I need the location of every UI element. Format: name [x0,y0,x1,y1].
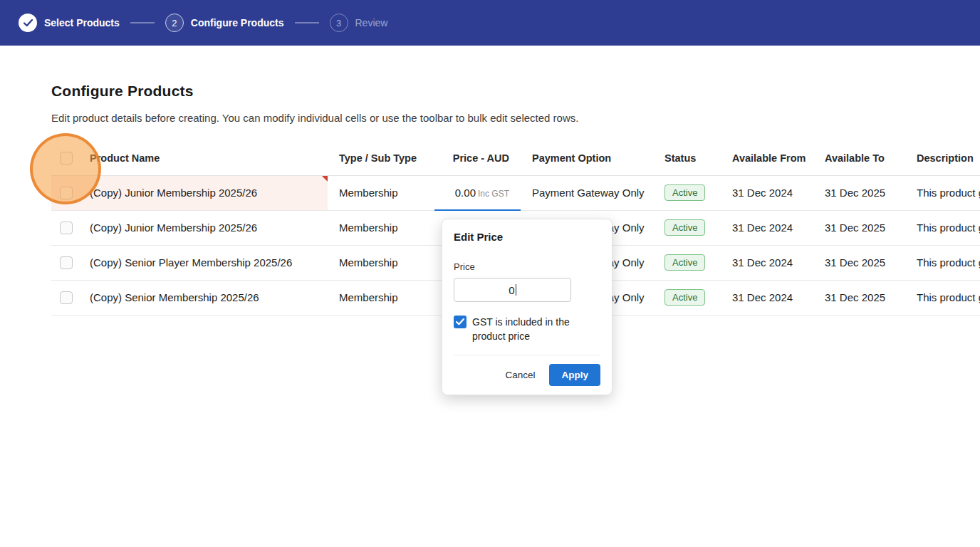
text-caret [516,284,516,296]
available-from-cell[interactable]: 31 Dec 2024 [721,280,813,315]
status-cell[interactable]: Active [653,175,721,210]
page-subtitle: Edit product details before creating. Yo… [51,112,980,124]
available-from-cell[interactable]: 31 Dec 2024 [721,175,813,210]
stepper-bar: Select Products 2 Configure Products 3 R… [0,0,980,46]
step-number: 2 [165,14,184,32]
step-label: Review [355,17,388,28]
price-input-value: 0 [509,284,514,296]
product-name-cell[interactable]: (Copy) Junior Membership 2025/26 [78,175,328,210]
status-cell[interactable]: Active [653,210,721,245]
popover-title: Edit Price [454,231,600,243]
status-badge: Active [664,254,705,271]
step-select-products[interactable]: Select Products [19,14,120,32]
column-header-available-from: Available From [721,141,813,175]
step-configure-products[interactable]: 2 Configure Products [165,14,284,32]
available-to-cell[interactable]: 31 Dec 2025 [813,245,905,280]
gst-checkbox-label: GST is included in the product price [472,315,579,343]
step-review[interactable]: 3 Review [330,14,388,32]
available-to-cell[interactable]: 31 Dec 2025 [813,210,905,245]
status-badge: Active [664,219,705,236]
table-row: (Copy) Junior Membership 2025/26 Members… [51,175,980,210]
select-all-checkbox[interactable] [60,152,73,165]
price-cell[interactable]: 0.00Inc GST [434,175,521,210]
status-cell[interactable]: Active [653,280,721,315]
status-badge: Active [664,289,705,306]
page-title: Configure Products [51,83,980,100]
type-cell[interactable]: Membership [328,210,434,245]
step-label: Configure Products [191,17,284,28]
description-cell[interactable]: This product g [905,280,980,315]
row-checkbox[interactable] [60,187,73,199]
column-header-status: Status [653,141,721,175]
type-cell[interactable]: Membership [328,245,434,280]
available-to-cell[interactable]: 31 Dec 2025 [813,175,905,210]
available-from-cell[interactable]: 31 Dec 2024 [721,210,813,245]
product-name-cell[interactable]: (Copy) Senior Player Membership 2025/26 [78,245,328,280]
type-cell[interactable]: Membership [328,175,434,210]
apply-button[interactable]: Apply [549,364,600,386]
cancel-button[interactable]: Cancel [498,365,542,385]
error-flag-icon [322,176,328,182]
price-input[interactable]: 0 [454,278,571,302]
row-checkbox[interactable] [60,291,73,304]
step-label: Select Products [44,17,120,28]
column-header-payment: Payment Option [521,141,653,175]
column-header-product-name: Product Name [78,141,328,175]
row-checkbox[interactable] [60,256,73,269]
product-name-cell[interactable]: (Copy) Junior Membership 2025/26 [78,210,328,245]
column-header-available-to: Available To [813,141,905,175]
column-header-type: Type / Sub Type [328,141,434,175]
step-connector [130,22,155,24]
edit-price-popover: Edit Price Price 0 GST is included in th… [442,219,612,395]
table-header-row: Product Name Type / Sub Type Price - AUD… [51,141,980,175]
description-cell[interactable]: This product g [905,175,980,210]
status-cell[interactable]: Active [653,245,721,280]
available-from-cell[interactable]: 31 Dec 2024 [721,245,813,280]
product-name-cell[interactable]: (Copy) Senior Membership 2025/26 [78,280,328,315]
step-connector [295,22,319,24]
gst-included-checkbox[interactable] [454,316,466,328]
column-header-price: Price - AUD [434,141,521,175]
description-cell[interactable]: This product g [905,210,980,245]
payment-option-cell[interactable]: Payment Gateway Only [521,175,653,210]
available-to-cell[interactable]: 31 Dec 2025 [813,280,905,315]
type-cell[interactable]: Membership [328,280,434,315]
step-number: 3 [330,14,348,32]
row-checkbox[interactable] [60,222,73,234]
price-field-label: Price [454,261,600,272]
description-cell[interactable]: This product g [905,245,980,280]
check-icon [19,14,37,32]
status-badge: Active [664,184,705,201]
column-header-description: Description [905,141,980,175]
